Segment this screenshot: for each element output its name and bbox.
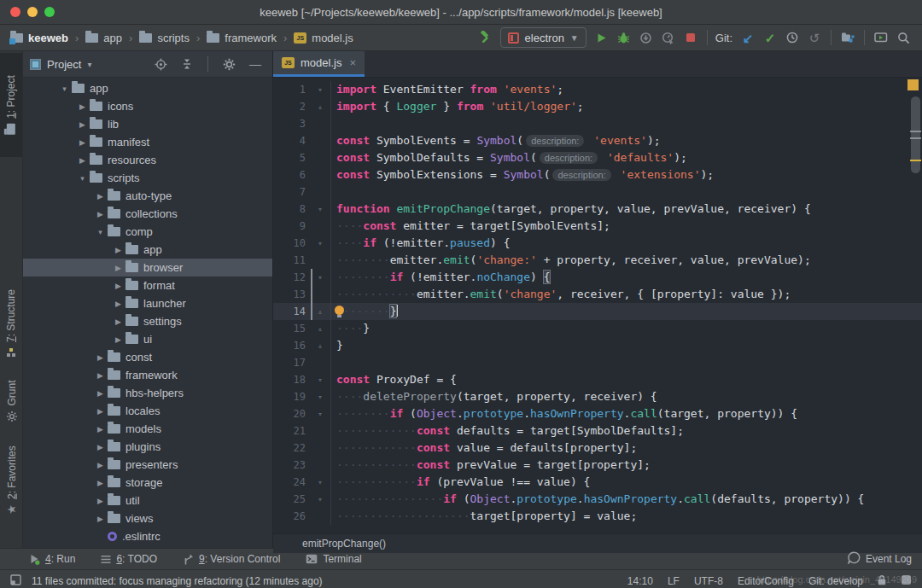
tree-item-format[interactable]: ▶format [23, 277, 272, 294]
tree-closed-arrow-icon[interactable]: ▶ [76, 156, 89, 165]
code-line-20[interactable]: 20▿········if (Object.prototype.hasOwnPr… [273, 405, 922, 422]
tree-closed-arrow-icon[interactable]: ▶ [76, 102, 89, 111]
code-line-26[interactable]: 26····················target[property] =… [273, 508, 922, 525]
play-button[interactable] [592, 27, 612, 48]
code-line-18[interactable]: 18▿const ProxyDef = { [273, 371, 922, 388]
intention-lightbulb-icon[interactable] [335, 306, 344, 315]
tree-closed-arrow-icon[interactable]: ▶ [112, 300, 125, 308]
status-item-lf[interactable]: LF [668, 575, 680, 587]
line-number[interactable]: 14 [273, 303, 310, 320]
line-number[interactable]: 4 [273, 132, 310, 149]
tree-closed-arrow-icon[interactable]: ▶ [112, 264, 125, 272]
tool-button-favorites[interactable]: ★2: Favorites [0, 435, 22, 524]
event-log-button[interactable]: Event Log [848, 551, 912, 567]
line-number[interactable]: 13 [273, 286, 310, 303]
highlighting-level-icon[interactable] [901, 574, 912, 588]
search-button[interactable] [893, 27, 913, 48]
fold-marker-icon[interactable]: ▵ [310, 303, 330, 320]
code-line-11[interactable]: 11········emitter.emit('change:' + prope… [273, 252, 922, 269]
breadcrumb-item-scripts[interactable]: scripts [137, 32, 191, 44]
tree-open-arrow-icon[interactable]: ▾ [76, 174, 89, 183]
status-message[interactable]: 11 files committed: focus managing refac… [32, 575, 323, 587]
line-number[interactable]: 11 [273, 252, 310, 269]
history-button[interactable] [782, 27, 802, 48]
tool-button-structure[interactable]: 7: Structure [0, 280, 22, 367]
breadcrumb-item-model.js[interactable]: model.js [292, 32, 354, 44]
code-line-10[interactable]: 10▿····if (!emitter.paused) { [273, 235, 922, 252]
update-button[interactable]: ↙ [738, 27, 758, 48]
code-line-13[interactable]: 13············emitter.emit('change', rec… [273, 286, 922, 303]
tree-item-lib[interactable]: ▶lib [23, 115, 272, 133]
editor-scrollbar[interactable] [911, 96, 920, 173]
toolwindow-button-run[interactable]: 4: Run [29, 553, 75, 565]
scrollbar-mark[interactable] [910, 137, 921, 139]
scrollbar-warning-mark[interactable] [910, 160, 921, 161]
status-item-git-develop[interactable]: Git: develop [808, 575, 863, 587]
tree-item-util[interactable]: ▶util [23, 492, 272, 509]
hammer-button[interactable] [475, 27, 495, 48]
line-number[interactable]: 17 [273, 354, 310, 371]
status-item-14-10[interactable]: 14:10 [627, 575, 653, 587]
tree-item-scripts[interactable]: ▾scripts [23, 169, 272, 187]
line-number[interactable]: 9 [273, 218, 310, 235]
tree-item-const[interactable]: ▶const [23, 348, 272, 366]
line-number[interactable]: 7 [273, 183, 310, 201]
fold-marker-icon[interactable]: ▿ [310, 388, 330, 405]
line-number[interactable]: 21 [273, 422, 310, 440]
code-line-14[interactable]: 14▵········} [273, 303, 922, 320]
scrollbar-mark[interactable] [910, 131, 921, 132]
line-number[interactable]: 26 [273, 508, 310, 525]
close-tab-icon[interactable]: × [349, 56, 356, 69]
tree-item-presenters[interactable]: ▶presenters [23, 456, 272, 474]
tree-closed-arrow-icon[interactable]: ▶ [94, 515, 107, 523]
tree-item-framework[interactable]: ▶framework [23, 366, 272, 384]
line-number[interactable]: 16 [273, 337, 310, 354]
line-number[interactable]: 8 [273, 201, 310, 218]
code-line-9[interactable]: 9····const emitter = target[SymbolEvents… [273, 218, 922, 235]
code-line-8[interactable]: 8▿function emitPropChange(target, proper… [273, 201, 922, 218]
fold-marker-icon[interactable]: ▵ [310, 320, 330, 337]
tree-item-settings[interactable]: ▶settings [23, 312, 272, 330]
tree-item-browser[interactable]: ▶browser [23, 259, 272, 277]
code-line-16[interactable]: 16▵} [273, 337, 922, 354]
line-number[interactable]: 12 [273, 269, 310, 286]
debug-button[interactable] [614, 27, 634, 48]
stop-button[interactable] [680, 27, 701, 48]
toolwindow-button-terminal[interactable]: Terminal [306, 553, 361, 565]
code-line-4[interactable]: 4const SymbolEvents = Symbol(description… [273, 132, 922, 149]
line-number[interactable]: 23 [273, 457, 310, 474]
tree-closed-arrow-icon[interactable]: ▶ [112, 317, 125, 326]
code-line-1[interactable]: 1▿import EventEmitter from 'events'; [273, 81, 922, 98]
code-editor[interactable]: 1▿import EventEmitter from 'events';2▵im… [273, 78, 922, 533]
tab-model-js[interactable]: model.js × [273, 51, 365, 77]
tree-closed-arrow-icon[interactable]: ▶ [94, 389, 107, 398]
code-line-15[interactable]: 15▵····} [273, 320, 922, 337]
tree-item-launcher[interactable]: ▶launcher [23, 294, 272, 312]
tree-item-.eslintrc[interactable]: .eslintrc [23, 527, 272, 545]
tree-closed-arrow-icon[interactable]: ▶ [112, 335, 125, 344]
fold-marker-icon[interactable]: ▿ [310, 269, 330, 286]
tree-item-app[interactable]: ▶app [23, 241, 272, 259]
commit-button[interactable]: ✓ [760, 27, 780, 48]
tree-closed-arrow-icon[interactable]: ▶ [94, 210, 107, 218]
toolwindow-button-version-control[interactable]: 9: Version Control [183, 553, 280, 565]
settings-gear-button[interactable] [219, 54, 239, 74]
code-line-22[interactable]: 22············const value = defaults[pro… [273, 440, 922, 457]
fold-marker-icon[interactable]: ▿ [310, 235, 330, 252]
code-line-7[interactable]: 7 [273, 183, 922, 201]
line-number[interactable]: 24 [273, 474, 310, 491]
line-number[interactable]: 2 [273, 98, 310, 115]
tree-closed-arrow-icon[interactable]: ▶ [94, 192, 107, 201]
tree-item-plugins[interactable]: ▶plugins [23, 438, 272, 456]
coverage-button[interactable] [636, 27, 656, 48]
line-number[interactable]: 10 [273, 235, 310, 252]
tree-item-app[interactable]: ▾app [23, 79, 272, 97]
code-line-12[interactable]: 12▿········if (!emitter.noChange) { [273, 269, 922, 286]
fold-marker-icon[interactable]: ▿ [310, 405, 330, 422]
line-number[interactable]: 20 [273, 405, 310, 422]
tree-closed-arrow-icon[interactable]: ▶ [76, 120, 89, 129]
project-panel-title[interactable]: Project [47, 58, 81, 71]
code-line-5[interactable]: 5const SymbolDefaults = Symbol(descripti… [273, 149, 922, 166]
tree-item-ui[interactable]: ▶ui [23, 330, 272, 348]
code-line-6[interactable]: 6const SymbolExtensions = Symbol(descrip… [273, 166, 922, 183]
